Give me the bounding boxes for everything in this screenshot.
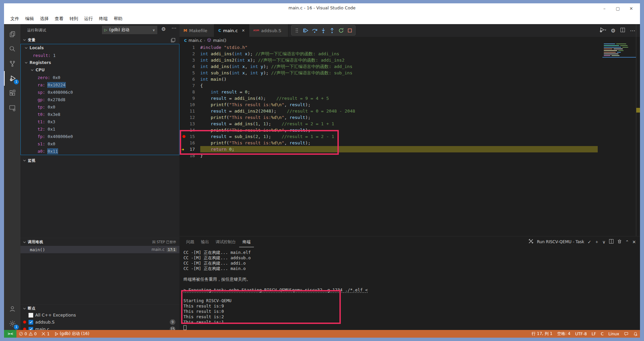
tab-addsub.S[interactable]: ASMaddsub.S (249, 24, 288, 37)
menu-item-运行[interactable]: 运行 (81, 13, 96, 24)
breakpoint-item-main.c[interactable]: main.c15 (20, 326, 179, 330)
run-or-debug-icon[interactable] (599, 27, 606, 34)
code-line-15[interactable]: 15 result = sub_ins(2, 1); //result = 1 … (179, 133, 598, 140)
code-line-17[interactable]: 17 return 0; (179, 146, 598, 152)
code-line-12[interactable]: 12 printf("This result is:%d\n", result)… (179, 114, 598, 121)
code-line-1[interactable]: 1#include "stdio.h" (179, 44, 598, 51)
maximize-panel-icon[interactable]: ⌃ (625, 240, 629, 245)
variable-value[interactable]: 0x3e8 (48, 112, 60, 117)
variable-value[interactable]: 0x10224 (48, 82, 65, 87)
gutter[interactable]: 3 (179, 57, 200, 63)
run-and-debug-icon[interactable]: 1 (4, 71, 20, 86)
more-actions-icon[interactable]: ⋯ (171, 25, 176, 31)
panel-tab-问题[interactable]: 问题 (183, 236, 198, 247)
feedback-icon[interactable] (622, 330, 631, 338)
breakpoint-item-All C++ Exceptions[interactable]: All C++ Exceptions (20, 312, 179, 319)
minimize-button[interactable]: – (598, 6, 611, 11)
gutter[interactable]: 8 (179, 89, 200, 95)
gutter[interactable]: 1 (179, 44, 200, 51)
tab-main.c[interactable]: Cmain.c✕ (214, 24, 249, 37)
minimap-viewport[interactable] (602, 57, 636, 58)
more-actions-icon[interactable]: ⋯ (630, 27, 635, 34)
code-line-11[interactable]: 11 result = addi_ins2(2048); //result = … (179, 108, 598, 114)
variable-value[interactable]: 0x0 (48, 105, 55, 110)
code-line-5[interactable]: 5int sub_ins(int x, int y); //声明一下汇编语言中的… (179, 70, 598, 76)
new-terminal-icon[interactable]: ＋ (595, 239, 599, 245)
extensions-icon[interactable] (4, 86, 20, 100)
variable-ra[interactable]: ra: 0x10224 (21, 81, 179, 88)
tab-Makefile[interactable]: MMakefile (179, 24, 214, 37)
variable-t2[interactable]: t2: 0x1 (21, 125, 179, 133)
code-line-13[interactable]: 13 result = add_ins(1, 1); //result = 2 … (179, 121, 598, 127)
breakpoint-icon[interactable] (182, 135, 185, 138)
menu-item-帮助[interactable]: 帮助 (111, 13, 125, 24)
indentation[interactable]: 空格: 4 (555, 330, 573, 338)
maximize-button[interactable]: ▢ (611, 6, 625, 11)
breakpoint-checkbox[interactable] (29, 327, 33, 330)
breadcrumb-symbol[interactable]: main() (213, 38, 226, 43)
code-line-2[interactable]: 2int addi_ins(int x); //声明一下汇编语言中的函数: ad… (179, 51, 598, 57)
variable-gp[interactable]: gp: 0x278d8 (21, 96, 179, 103)
variable-tp[interactable]: tp: 0x0 (21, 103, 179, 111)
variable-value[interactable]: 0x278d8 (48, 97, 65, 102)
source-control-icon[interactable] (4, 56, 20, 71)
panel-layout-icon[interactable] (171, 38, 175, 44)
gutter[interactable]: 9 (179, 95, 200, 101)
variable-value[interactable]: 0x0 (53, 75, 60, 80)
cursor-position[interactable]: 行 17, 列 1 (529, 330, 555, 338)
os-indicator[interactable]: Linux (606, 330, 622, 338)
settings-gear-icon[interactable]: 1 (4, 316, 20, 331)
debug-session-status[interactable]: (gdb) 启动 (16) (52, 330, 92, 338)
explorer-icon[interactable] (4, 27, 20, 42)
code-line-7[interactable]: 7{ (179, 82, 598, 89)
code-line-14[interactable]: 14 printf("This result is:%d\n", result)… (179, 127, 598, 133)
chevron-down-icon[interactable]: ∨ (602, 240, 606, 245)
kill-terminal-trash-icon[interactable] (617, 239, 622, 245)
code-line-18[interactable]: 18} (179, 152, 598, 159)
variable-value[interactable]: 1 (53, 53, 56, 58)
editor-settings-gear-icon[interactable]: ⚙ (611, 27, 615, 34)
gutter[interactable]: 11 (179, 108, 200, 114)
var-group-Registers[interactable]: Registers (21, 59, 179, 66)
gutter[interactable]: 16 (179, 140, 200, 146)
variable-a0[interactable]: a0: 0x11 (21, 147, 179, 155)
problems-status[interactable]: 0 0 (16, 330, 39, 338)
gutter[interactable]: 2 (179, 51, 200, 57)
variable-fp[interactable]: fp: 0x408006e0 (21, 133, 179, 140)
code-line-3[interactable]: 3int addi_ins2(int x); //声明一下汇编语言中的函数: a… (179, 57, 598, 63)
gutter[interactable]: 6 (179, 76, 200, 82)
code-line-4[interactable]: 4int add_ins(int x, int y); //声明一下汇编语言中的… (179, 63, 598, 70)
minimap[interactable] (602, 43, 636, 58)
step-over-icon[interactable] (311, 26, 319, 35)
breakpoints-section-header[interactable]: 断点 (20, 304, 179, 312)
variable-value[interactable]: 0x408006e0 (48, 134, 73, 139)
gutter[interactable]: 15 (179, 133, 200, 140)
step-into-icon[interactable] (319, 26, 327, 35)
panel-tab-调试控制台[interactable]: 调试控制台 (212, 236, 239, 247)
restart-icon[interactable] (337, 26, 345, 35)
account-icon[interactable] (4, 301, 20, 316)
variable-sp[interactable]: sp: 0x408006c0 (21, 88, 179, 96)
variable-value[interactable]: 0x3 (48, 119, 55, 124)
close-panel-icon[interactable]: ✕ (632, 240, 636, 245)
close-button[interactable]: ✕ (625, 6, 638, 11)
variables-section-header[interactable]: 变量 (20, 36, 179, 44)
gutter[interactable]: 18 (179, 152, 200, 159)
code-line-6[interactable]: 6int main() (179, 76, 598, 82)
gutter[interactable]: 4 (179, 63, 200, 70)
split-terminal-icon[interactable] (609, 239, 614, 245)
gutter[interactable]: 7 (179, 82, 200, 89)
terminal-task-label[interactable]: Run RISCV-QEMU - Task (537, 240, 584, 244)
menu-item-终端[interactable]: 终端 (96, 13, 111, 24)
menu-item-选择[interactable]: 选择 (37, 13, 52, 24)
code-line-8[interactable]: 8 int result = 0; (179, 89, 598, 95)
split-editor-icon[interactable] (620, 27, 625, 34)
task-status[interactable]: 1 (39, 330, 52, 338)
variable-t1[interactable]: t1: 0x3 (21, 118, 179, 125)
remote-explorer-icon[interactable] (4, 100, 20, 115)
var-group-CPU[interactable]: CPU (21, 66, 179, 74)
variable-value[interactable]: 0x0 (48, 141, 55, 146)
panel-tab-终端[interactable]: 终端 (239, 236, 254, 247)
code-editor[interactable]: 1#include "stdio.h"2int addi_ins(int x);… (179, 44, 598, 159)
code-line-16[interactable]: 16 printf("This result is:%d\n", result)… (179, 140, 598, 146)
